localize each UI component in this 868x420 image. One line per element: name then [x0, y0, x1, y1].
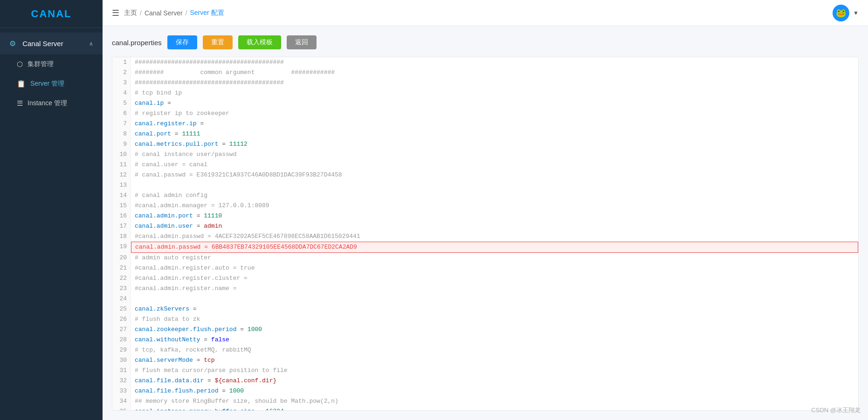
line-number: 22 — [112, 273, 131, 284]
breadcrumb-section[interactable]: Canal Server — [145, 9, 183, 17]
line-content: canal.withoutNetty = false — [131, 335, 858, 345]
line-content: canal.register.ip = — [131, 119, 858, 129]
line-number: 10 — [112, 149, 131, 160]
line-content — [131, 180, 858, 190]
table-row: 30canal.serverMode = tcp — [112, 355, 858, 366]
sidebar-menu: ⚙ Canal Server ∧ ⬡ 集群管理 📋 Server 管理 ☰ In… — [0, 28, 103, 420]
line-content: canal.metrics.pull.port = 11112 — [131, 139, 858, 149]
breadcrumb-sep2: / — [186, 9, 187, 17]
line-content: canal.admin.user = admin — [131, 221, 858, 231]
table-row: 18#canal.admin.passwd = 4ACEF3202A5EF5CE… — [112, 231, 858, 242]
menu-group-header[interactable]: ⚙ Canal Server ∧ — [0, 33, 103, 54]
line-content: canal.admin.passwd = 6BB4837EB74329105EE… — [131, 242, 858, 253]
line-number: 32 — [112, 376, 131, 386]
sidebar-item-server-mgmt[interactable]: 📋 Server 管理 — [0, 74, 103, 94]
table-row: 10# canal instance user/passwd — [112, 149, 858, 160]
table-row: 26# flush data to zk — [112, 314, 858, 325]
table-row: 9canal.metrics.pull.port = 11112 — [112, 139, 858, 149]
back-button[interactable]: 返回 — [287, 35, 317, 49]
line-number: 30 — [112, 355, 131, 366]
gear-icon: ⚙ — [9, 40, 16, 47]
save-button[interactable]: 保存 — [167, 35, 197, 49]
table-row: 29# tcp, kafka, rocketMQ, rabbitMQ — [112, 345, 858, 355]
table-row: 20# admin auto register — [112, 253, 858, 263]
line-number: 17 — [112, 221, 131, 231]
line-number: 25 — [112, 304, 131, 314]
line-content: ########################################… — [131, 57, 858, 68]
line-content: # tcp, kafka, rocketMQ, rabbitMQ — [131, 345, 858, 355]
line-number: 13 — [112, 180, 131, 190]
table-row: 22#canal.admin.register.cluster = — [112, 273, 858, 284]
sidebar-logo: CANAL — [0, 0, 103, 28]
line-content: canal.instance.memory.buffer.size = 1638… — [131, 406, 858, 411]
line-content: # canal instance user/passwd — [131, 149, 858, 160]
line-number: 6 — [112, 108, 131, 119]
line-number: 20 — [112, 253, 131, 263]
table-row: 13 — [112, 180, 858, 190]
sidebar-item-label: Instance 管理 — [28, 99, 67, 108]
line-number: 23 — [112, 284, 131, 294]
line-content: # canal.passwd = E3619321C1A937C46A0D8BD… — [131, 170, 858, 180]
line-content: # canal admin config — [131, 190, 858, 201]
table-row: 14# canal admin config — [112, 190, 858, 201]
line-number: 2 — [112, 68, 131, 78]
table-row: 32canal.file.data.dir = ${canal.conf.dir… — [112, 376, 858, 386]
line-content: canal.zkServers = — [131, 304, 858, 314]
table-row: 24 — [112, 294, 858, 304]
topbar: ☰ 主页 / Canal Server / Server 配置 🐸 ▼ — [103, 0, 868, 26]
line-number: 18 — [112, 231, 131, 242]
line-content: canal.ip = — [131, 98, 858, 108]
sidebar: CANAL ⚙ Canal Server ∧ ⬡ 集群管理 📋 Server 管… — [0, 0, 103, 420]
line-number: 1 — [112, 57, 131, 68]
line-number: 34 — [112, 396, 131, 406]
line-number: 33 — [112, 386, 131, 396]
line-content: canal.zookeeper.flush.period = 1000 — [131, 325, 858, 335]
line-number: 24 — [112, 294, 131, 304]
code-editor-container[interactable]: 1#######################################… — [112, 57, 859, 411]
menu-group-label: Canal Server — [22, 40, 63, 47]
line-content: # tcp bind ip — [131, 88, 858, 98]
server-icon: 📋 — [17, 80, 26, 88]
content-area: canal.properties 保存 重置 载入模板 返回 1########… — [103, 26, 868, 420]
line-number: 28 — [112, 335, 131, 345]
table-row: 17canal.admin.user = admin — [112, 221, 858, 231]
line-number: 12 — [112, 170, 131, 180]
breadcrumb-home[interactable]: 主页 — [124, 9, 137, 17]
breadcrumb: 主页 / Canal Server / Server 配置 — [124, 9, 224, 17]
line-number: 9 — [112, 139, 131, 149]
table-row: 12# canal.passwd = E3619321C1A937C46A0D8… — [112, 170, 858, 180]
table-row: 19canal.admin.passwd = 6BB4837EB74329105… — [112, 242, 858, 253]
table-row: 15#canal.admin.manager = 127.0.0.1:8089 — [112, 201, 858, 211]
sidebar-item-label: Server 管理 — [30, 80, 64, 88]
line-content: # canal.user = canal — [131, 160, 858, 170]
line-content: canal.file.data.dir = ${canal.conf.dir} — [131, 376, 858, 386]
line-number: 29 — [112, 345, 131, 355]
line-content: ########################################… — [131, 78, 858, 88]
line-content: canal.file.flush.period = 1000 — [131, 386, 858, 396]
reset-button[interactable]: 重置 — [203, 35, 233, 49]
line-content: canal.serverMode = tcp — [131, 355, 858, 366]
file-label: canal.properties — [112, 39, 162, 47]
line-number: 26 — [112, 314, 131, 325]
content-header: canal.properties 保存 重置 载入模板 返回 — [112, 35, 859, 49]
line-content: #canal.admin.passwd = 4ACEF3202A5EF5CE46… — [131, 231, 858, 242]
avatar[interactable]: 🐸 — [833, 5, 849, 21]
table-row: 7canal.register.ip = — [112, 119, 858, 129]
main-content: ☰ 主页 / Canal Server / Server 配置 🐸 ▼ cana… — [103, 0, 868, 420]
sidebar-item-cluster-mgmt[interactable]: ⬡ 集群管理 — [0, 54, 103, 74]
line-number: 27 — [112, 325, 131, 335]
table-row: 23#canal.admin.register.name = — [112, 284, 858, 294]
avatar-dropdown-icon[interactable]: ▼ — [853, 10, 859, 16]
line-number: 31 — [112, 366, 131, 376]
sidebar-item-instance-mgmt[interactable]: ☰ Instance 管理 — [0, 94, 103, 113]
hamburger-icon[interactable]: ☰ — [112, 8, 119, 18]
line-number: 3 — [112, 78, 131, 88]
table-row: 21#canal.admin.register.auto = true — [112, 263, 858, 273]
line-number: 4 — [112, 88, 131, 98]
line-content: ######## common argument ############ — [131, 68, 858, 78]
line-content: # flush data to zk — [131, 314, 858, 325]
line-number: 7 — [112, 119, 131, 129]
line-content: # flush meta cursor/parse position to fi… — [131, 366, 858, 376]
table-row: 25canal.zkServers = — [112, 304, 858, 314]
load-template-button[interactable]: 载入模板 — [238, 35, 281, 49]
